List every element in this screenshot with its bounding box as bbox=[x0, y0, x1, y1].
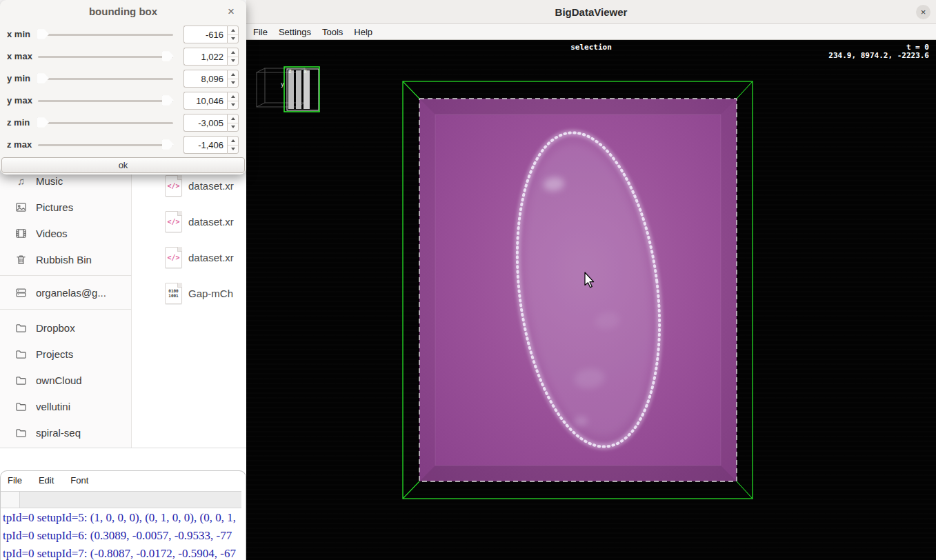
slider-thumb[interactable] bbox=[162, 50, 174, 62]
videos-icon bbox=[15, 228, 27, 239]
z-min-input[interactable] bbox=[183, 114, 227, 132]
slider-thumb[interactable] bbox=[37, 72, 49, 84]
trash-icon bbox=[15, 254, 27, 266]
spin-up-icon[interactable] bbox=[228, 114, 238, 123]
log-menubar: File Edit Font bbox=[8, 475, 88, 486]
z-min-spinbox bbox=[183, 114, 239, 132]
xml-file-icon: </> bbox=[165, 211, 182, 232]
slider-track[interactable] bbox=[38, 122, 173, 124]
spin-up-icon[interactable] bbox=[228, 48, 238, 57]
x-min-input[interactable] bbox=[183, 26, 227, 43]
log-menu-file[interactable]: File bbox=[8, 475, 22, 486]
sidebar-item-videos[interactable]: Videos bbox=[0, 220, 132, 246]
sidebar-item-owncloud[interactable]: ownCloud bbox=[0, 367, 132, 393]
slider-thumb[interactable] bbox=[162, 94, 174, 106]
close-icon[interactable]: × bbox=[916, 5, 930, 19]
screen: ♫ Music Pictures Videos Rubbish Bin orga… bbox=[0, 0, 936, 560]
x-min-spinbox bbox=[183, 26, 239, 43]
window-title: BigDataViewer bbox=[246, 0, 936, 24]
spinner-buttons[interactable] bbox=[227, 136, 239, 154]
log-menu-edit[interactable]: Edit bbox=[39, 475, 54, 486]
slider-track[interactable] bbox=[38, 34, 173, 36]
file-name: dataset.xr bbox=[188, 180, 234, 192]
spin-down-icon[interactable] bbox=[228, 34, 238, 43]
x-max-slider[interactable] bbox=[37, 46, 174, 68]
z-max-input[interactable] bbox=[183, 136, 227, 154]
slider-thumb[interactable] bbox=[37, 117, 49, 128]
slider-row-y-min: y min bbox=[0, 68, 246, 90]
spin-down-icon[interactable] bbox=[228, 57, 238, 66]
sidebar-divider bbox=[0, 275, 132, 276]
menu-tools[interactable]: Tools bbox=[317, 27, 348, 37]
spin-down-icon[interactable] bbox=[228, 123, 238, 132]
z-max-slider[interactable] bbox=[37, 134, 174, 156]
menu-settings[interactable]: Settings bbox=[273, 27, 317, 37]
overlay-coordinates: 234.9, 8974.2, -2223.6 bbox=[828, 51, 929, 60]
y-min-input[interactable] bbox=[183, 70, 227, 88]
sidebar-item-remote-account[interactable]: organelas@g... bbox=[0, 279, 132, 306]
minimap[interactable]: z x y bbox=[257, 67, 319, 112]
ok-button[interactable]: ok bbox=[1, 157, 245, 173]
slider-track[interactable] bbox=[38, 56, 173, 58]
spinner-buttons[interactable] bbox=[227, 48, 239, 66]
sidebar-item-dropbox[interactable]: Dropbox bbox=[0, 314, 132, 341]
spinner-buttons[interactable] bbox=[227, 114, 239, 132]
slider-track[interactable] bbox=[38, 144, 173, 146]
log-lines: tpId=0 setupId=5: (1, 0, 0, 0), (0, 1, 0… bbox=[3, 511, 246, 560]
file-name: dataset.xr bbox=[188, 252, 234, 263]
file-item[interactable]: </> dataset.xr bbox=[165, 246, 246, 269]
slider-label: y max bbox=[7, 90, 32, 112]
log-scrollbar[interactable] bbox=[1, 491, 241, 508]
x-max-spinbox bbox=[183, 48, 239, 66]
slider-thumb[interactable] bbox=[37, 28, 49, 40]
sidebar-divider bbox=[0, 309, 132, 310]
sidebar-item-label: Dropbox bbox=[36, 322, 75, 334]
slider-label: z min bbox=[7, 112, 30, 134]
file-name: dataset.xr bbox=[188, 216, 234, 228]
sidebar-item-pictures[interactable]: Pictures bbox=[0, 194, 132, 220]
menu-help[interactable]: Help bbox=[348, 27, 378, 37]
spin-down-icon[interactable] bbox=[228, 145, 238, 154]
sidebar-item-spiral-seq[interactable]: spiral-seq bbox=[0, 419, 132, 446]
viewer-scene[interactable]: z x y bbox=[246, 40, 936, 560]
file-item[interactable]: </> dataset.xr bbox=[165, 210, 246, 233]
log-menu-font[interactable]: Font bbox=[70, 475, 88, 486]
slider-thumb[interactable] bbox=[162, 139, 174, 150]
file-name: Gap-mCh bbox=[188, 288, 233, 299]
sidebar-item-label: ownCloud bbox=[36, 374, 82, 386]
spin-down-icon[interactable] bbox=[228, 79, 238, 88]
x-min-slider[interactable] bbox=[37, 23, 174, 46]
spin-down-icon[interactable] bbox=[228, 101, 238, 110]
log-window: File Edit Font tpId=0 setupId=5: (1, 0, … bbox=[0, 470, 246, 560]
slider-track[interactable] bbox=[38, 100, 173, 102]
log-line: tpId=0 setupId=7: (-0.8087, -0.0172, -0.… bbox=[3, 547, 246, 560]
sidebar-item-label: Projects bbox=[36, 348, 73, 360]
spin-up-icon[interactable] bbox=[228, 70, 238, 79]
sidebar-item-rubbish-bin[interactable]: Rubbish Bin bbox=[0, 246, 132, 272]
music-icon: ♫ bbox=[15, 175, 27, 187]
menu-file[interactable]: File bbox=[248, 27, 273, 37]
log-scrollbar-thumb[interactable] bbox=[1, 492, 20, 508]
spinner-buttons[interactable] bbox=[227, 26, 239, 43]
spinner-buttons[interactable] bbox=[227, 92, 239, 110]
sidebar-item-vellutini[interactable]: vellutini bbox=[0, 393, 132, 419]
dialog-title: bounding box bbox=[0, 0, 246, 23]
y-max-slider[interactable] bbox=[37, 90, 174, 112]
spin-up-icon[interactable] bbox=[228, 26, 238, 34]
spin-up-icon[interactable] bbox=[228, 137, 238, 145]
sidebar-item-projects[interactable]: Projects bbox=[0, 341, 132, 367]
slider-label: z max bbox=[7, 134, 32, 156]
y-max-input[interactable] bbox=[183, 92, 227, 110]
x-max-input[interactable] bbox=[183, 48, 227, 66]
sidebar-item-label: organelas@g... bbox=[36, 287, 106, 299]
close-icon[interactable]: × bbox=[223, 3, 239, 20]
slider-track[interactable] bbox=[38, 78, 173, 80]
spin-up-icon[interactable] bbox=[228, 92, 238, 101]
pictures-icon bbox=[15, 201, 27, 213]
file-item[interactable]: 01001001 Gap-mCh bbox=[165, 281, 246, 305]
viewer-canvas[interactable]: selection t = 0 234.9, 8974.2, -2223.6 bbox=[246, 40, 936, 560]
spinner-buttons[interactable] bbox=[227, 70, 239, 88]
z-min-slider[interactable] bbox=[37, 112, 174, 134]
file-item[interactable]: </> dataset.xr bbox=[165, 174, 246, 197]
y-min-slider[interactable] bbox=[37, 68, 174, 90]
